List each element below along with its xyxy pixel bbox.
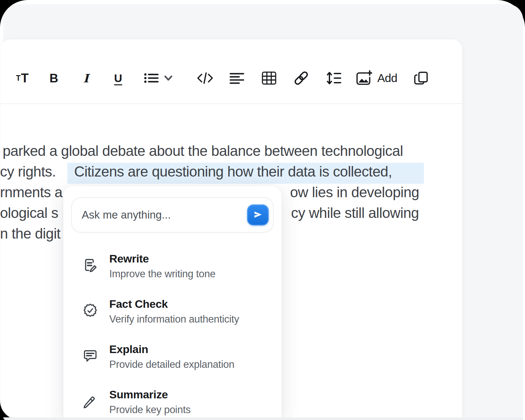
doc-line-fragment: n the digit	[0, 226, 60, 241]
doc-line-fragment: cy rights.	[0, 164, 56, 179]
text-size-icon: T	[21, 72, 29, 84]
doc-line-fragment: ow lies in developing	[290, 185, 419, 200]
text-size-icon: T	[16, 74, 21, 82]
menu-item-summarize[interactable]: Summarize Provide key points	[63, 383, 282, 420]
menu-item-title: Explain	[109, 342, 234, 356]
link-button[interactable]	[292, 69, 310, 87]
code-icon	[197, 70, 213, 86]
add-image-label: Add	[377, 72, 397, 85]
assistant-action-menu: Rewrite Improve the writing tone Fact Ch…	[63, 247, 282, 420]
italic-button[interactable]: I	[77, 69, 94, 87]
rewrite-icon	[82, 258, 98, 273]
send-button[interactable]	[247, 204, 269, 225]
text-size-button[interactable]: T T	[12, 69, 33, 87]
ask-input[interactable]	[72, 209, 247, 221]
menu-item-title: Summarize	[109, 388, 191, 402]
italic-icon: I	[83, 73, 89, 84]
doc-line-fragment: ological s	[0, 206, 58, 220]
doc-line-fragment: parked a global debate about the balance…	[3, 144, 403, 158]
menu-item-description: Provide detailed explanation	[109, 359, 234, 370]
line-spacing-icon	[326, 70, 342, 86]
copy-icon	[413, 70, 430, 86]
underline-button[interactable]: U	[109, 69, 127, 87]
table-button[interactable]	[261, 69, 278, 87]
summarize-icon	[82, 393, 98, 409]
bullet-list-icon	[143, 70, 159, 86]
add-image-icon	[356, 70, 372, 86]
line-spacing-button[interactable]	[325, 69, 343, 87]
underline-icon: U	[114, 73, 122, 84]
menu-item-description: Provide key points	[109, 404, 191, 416]
menu-item-title: Rewrite	[109, 252, 216, 266]
menu-item-description: Improve the writing tone	[109, 268, 216, 280]
chevron-down-icon	[163, 73, 174, 84]
menu-item-explain[interactable]: Explain Provide detailed explanation	[63, 338, 282, 383]
editor-toolbar: T T B I U	[1, 39, 462, 104]
bold-icon: B	[50, 72, 58, 84]
bottom-edge-strip	[3, 417, 523, 420]
table-icon	[262, 71, 277, 86]
doc-line-fragment: rnments a	[0, 185, 62, 200]
ask-input-container	[71, 197, 274, 233]
doc-selected-text: Citizens are questioning how their data …	[74, 164, 392, 179]
link-icon	[293, 70, 310, 87]
explain-icon	[82, 348, 98, 364]
doc-line-fragment: cy while still allowing	[291, 206, 419, 220]
bullet-list-dropdown-button[interactable]	[140, 69, 177, 87]
bold-button[interactable]: B	[45, 69, 62, 87]
menu-item-description: Verify information authenticity	[109, 313, 239, 325]
code-button[interactable]	[196, 69, 214, 87]
align-button[interactable]	[228, 69, 245, 87]
send-icon	[252, 209, 264, 221]
ai-assistant-popup: Rewrite Improve the writing tone Fact Ch…	[63, 186, 282, 420]
page: T T B I U	[0, 0, 525, 420]
align-left-icon	[229, 71, 244, 86]
menu-item-title: Fact Check	[109, 297, 239, 311]
fact-check-icon	[82, 303, 98, 319]
copy-button[interactable]	[412, 69, 430, 87]
add-image-button[interactable]: Add	[356, 69, 414, 87]
menu-item-rewrite[interactable]: Rewrite Improve the writing tone	[63, 247, 282, 292]
menu-item-fact-check[interactable]: Fact Check Verify information authentici…	[63, 292, 282, 338]
